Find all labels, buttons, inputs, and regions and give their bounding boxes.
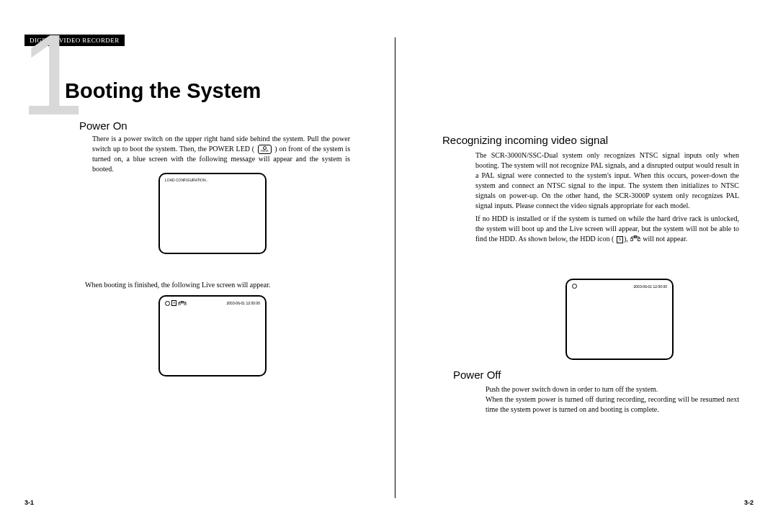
boot-screen-text: LOAD CONFIGURATION...: [165, 178, 209, 182]
live-caption: When booting is finished, the following …: [85, 281, 270, 289]
recognizing-paragraph-2: If no HDD is installed or if the system …: [475, 214, 739, 244]
recognizing-heading: Recognizing incoming video signal: [442, 134, 739, 146]
power-led-icon: POWER: [258, 145, 272, 154]
live-screen-mock: S 2003-06-01 12:00:00: [158, 295, 267, 377]
power-off-paragraph-2: When the system power is turned off duri…: [486, 395, 739, 415]
no-hdd-screen-mock: 2003-06-01 12:00:00: [565, 279, 674, 360]
power-on-heading: Power On: [79, 120, 367, 132]
page-number-left: 3-1: [24, 499, 34, 506]
svg-rect-0: [178, 303, 180, 305]
recog-text-2c: will not appear.: [643, 235, 687, 243]
page-spread: DIGITAL VIDEO RECORDER 1 Booting the Sys…: [0, 0, 778, 532]
power-off-body: Push the power switch down in order to t…: [486, 384, 739, 415]
power-off-heading: Power Off: [453, 369, 741, 381]
record-icon: [165, 301, 170, 306]
inline-hdd-icon: S: [617, 236, 623, 243]
svg-rect-3: [630, 238, 633, 241]
network-icon: [178, 301, 187, 306]
center-divider: [395, 37, 395, 498]
page-number-right: 3-2: [744, 499, 754, 506]
power-off-section: Power Off: [453, 369, 741, 385]
record-icon: [572, 284, 577, 289]
svg-rect-5: [638, 238, 641, 241]
boot-screen-mock: LOAD CONFIGURATION...: [158, 173, 267, 254]
power-led-label: POWER: [261, 150, 269, 153]
recog-text-2b: ),: [624, 235, 628, 243]
live-screen-timestamp: 2003-06-01 12:00:00: [227, 301, 260, 305]
power-off-paragraph-1: Push the power switch down in order to t…: [486, 384, 739, 395]
recog-text-2a: If no HDD is installed or if the system …: [475, 215, 739, 243]
no-hdd-screen-timestamp: 2003-06-01 12:00:00: [634, 284, 667, 289]
live-screen-icons: S: [165, 300, 187, 306]
chapter-title: Booting the System: [65, 79, 261, 103]
power-on-body: There is a power switch on the upper rig…: [92, 134, 350, 174]
inline-network-icon: [630, 236, 642, 243]
chapter-number-background: 1: [20, 17, 84, 132]
recognizing-section: Recognizing incoming video signal The SC…: [442, 134, 739, 247]
no-hdd-screen-icons: [572, 284, 577, 289]
hdd-icon: S: [171, 300, 176, 306]
svg-rect-2: [184, 303, 187, 305]
recognizing-paragraph-1: The SCR-3000N/SSC-Dual system only recog…: [475, 150, 739, 211]
